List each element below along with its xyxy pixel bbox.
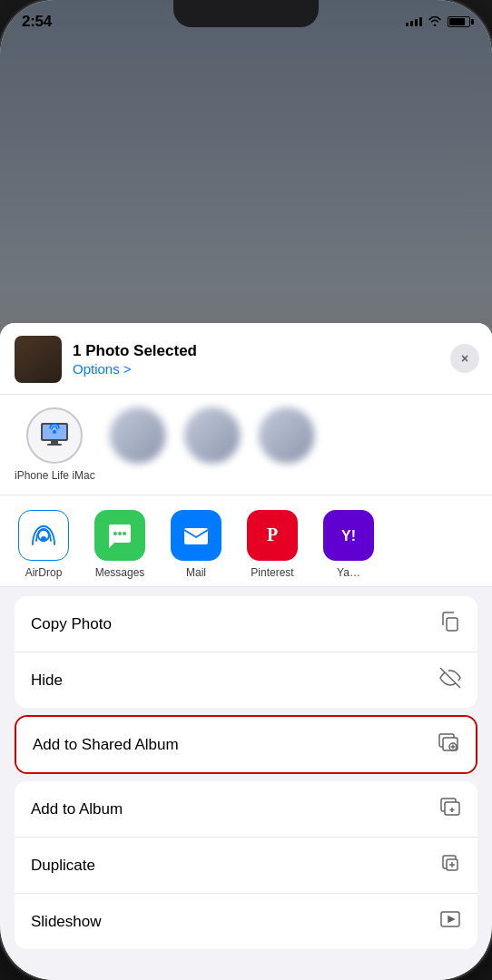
copy-photo-label: Copy Photo xyxy=(31,615,112,633)
app-item-pinterest[interactable]: P Pinterest xyxy=(243,510,301,579)
airdrop-avatar-blur-3 xyxy=(259,407,315,464)
svg-text:P: P xyxy=(267,524,278,544)
airdrop-app-icon xyxy=(18,510,69,561)
app-item-messages[interactable]: Messages xyxy=(91,510,149,579)
mail-app-icon xyxy=(171,510,221,561)
app-item-airdrop[interactable]: AirDrop xyxy=(15,510,73,579)
phone-notch xyxy=(173,0,319,27)
messages-app-icon xyxy=(94,510,145,561)
app-item-yahoo[interactable]: Y! Ya… xyxy=(320,510,378,579)
imac-icon xyxy=(38,419,71,452)
action-list-bottom: Add to Album Duplicate xyxy=(15,781,477,949)
wifi-icon xyxy=(428,15,442,29)
add-album-icon xyxy=(439,796,461,822)
action-list-top: Copy Photo Hide xyxy=(15,596,477,708)
options-link[interactable]: Options > xyxy=(73,361,477,377)
phone-frame: 2:54 xyxy=(0,0,492,980)
share-sheet-header: 1 Photo Selected Options > × xyxy=(0,323,492,395)
add-shared-album-highlighted[interactable]: Add to Shared Album xyxy=(15,715,477,774)
airdrop-person-blur-1[interactable] xyxy=(106,407,170,482)
svg-rect-15 xyxy=(447,618,458,631)
battery-icon xyxy=(448,16,470,27)
add-album-action[interactable]: Add to Album xyxy=(15,781,477,838)
svg-rect-3 xyxy=(47,444,62,446)
pinterest-app-icon: P xyxy=(247,510,298,561)
copy-photo-action[interactable]: Copy Photo xyxy=(15,596,477,652)
share-title: 1 Photo Selected xyxy=(73,341,477,361)
airdrop-avatar-blur-1 xyxy=(110,407,166,464)
airdrop-person-name-mac: iPhone Life iMac xyxy=(15,469,95,482)
share-header-text: 1 Photo Selected Options > xyxy=(73,341,477,377)
airdrop-person-blur-2[interactable] xyxy=(181,407,244,482)
share-sheet: 1 Photo Selected Options > × xyxy=(0,323,492,980)
airdrop-person-blur-3[interactable] xyxy=(255,407,319,482)
svg-text:Y!: Y! xyxy=(341,528,356,544)
app-name-messages: Messages xyxy=(95,566,145,579)
duplicate-icon xyxy=(439,852,461,878)
svg-rect-2 xyxy=(51,441,58,444)
airdrop-avatar-mac xyxy=(26,407,83,464)
hide-action[interactable]: Hide xyxy=(15,652,477,708)
slideshow-icon xyxy=(439,908,461,935)
app-share-row: AirDrop Messages xyxy=(0,495,492,587)
phone-screen: 2:54 xyxy=(0,0,492,980)
svg-point-7 xyxy=(113,532,117,535)
signal-icon xyxy=(406,17,422,26)
app-name-airdrop: AirDrop xyxy=(25,566,63,579)
yahoo-app-icon: Y! xyxy=(323,510,374,561)
airdrop-people-row: iPhone Life iMac xyxy=(0,395,492,495)
add-album-label: Add to Album xyxy=(31,800,123,818)
add-shared-album-label: Add to Shared Album xyxy=(33,736,179,754)
duplicate-action[interactable]: Duplicate xyxy=(15,838,477,894)
bottom-spacer xyxy=(0,949,492,980)
app-name-pinterest: Pinterest xyxy=(251,566,293,579)
airdrop-avatar-blur-2 xyxy=(184,407,241,464)
svg-point-9 xyxy=(123,532,126,535)
slideshow-label: Slideshow xyxy=(31,913,102,931)
airdrop-person-mac[interactable]: iPhone Life iMac xyxy=(15,407,95,482)
add-shared-album-action[interactable]: Add to Shared Album xyxy=(16,717,476,772)
copy-photo-icon xyxy=(439,611,461,637)
app-name-mail: Mail xyxy=(186,566,206,579)
duplicate-label: Duplicate xyxy=(31,857,95,875)
svg-point-4 xyxy=(53,430,56,434)
share-thumbnail xyxy=(15,336,62,383)
status-icons xyxy=(406,15,470,29)
svg-marker-31 xyxy=(448,916,454,922)
hide-icon xyxy=(439,667,461,693)
hide-label: Hide xyxy=(31,671,63,690)
svg-point-8 xyxy=(118,532,122,535)
share-close-button[interactable]: × xyxy=(450,344,479,373)
svg-point-6 xyxy=(41,536,46,542)
add-shared-album-icon xyxy=(438,731,459,758)
app-name-yahoo: Ya… xyxy=(337,566,360,579)
status-time: 2:54 xyxy=(22,13,52,31)
app-item-mail[interactable]: Mail xyxy=(167,510,225,579)
slideshow-action[interactable]: Slideshow xyxy=(15,894,477,949)
